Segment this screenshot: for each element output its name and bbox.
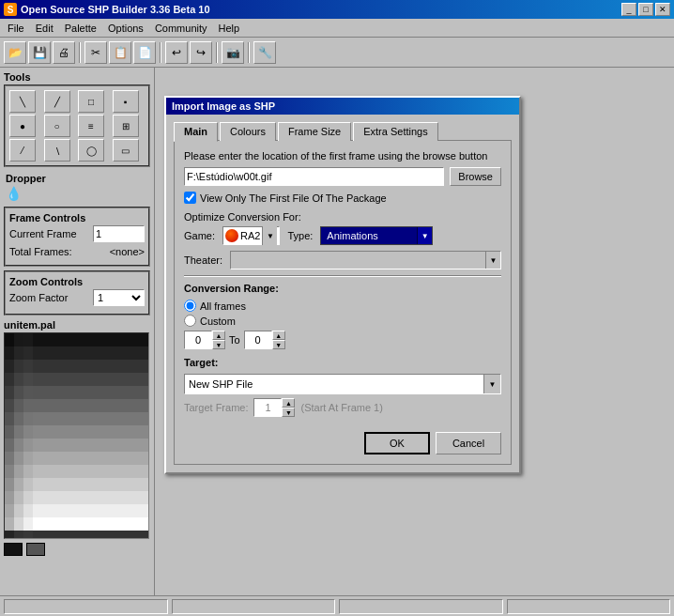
tool-11[interactable]: ◯	[78, 139, 104, 162]
tool-10[interactable]: ∖	[44, 139, 70, 162]
range-to-down[interactable]: ▼	[272, 340, 285, 349]
right-area: Import Image as SHP Main Colours Frame S…	[155, 68, 674, 614]
toolbar-print[interactable]: 🖨	[53, 41, 75, 64]
target-frame-label: Target Frame:	[184, 402, 248, 413]
game-dropdown-arrow[interactable]: ▼	[262, 226, 277, 245]
main-area: Tools ╲ ╱ □ ▪ ● ○ ≡ ⊞ ∕ ∖ ◯ ▭	[0, 68, 674, 614]
range-from-input[interactable]	[184, 331, 212, 349]
maximize-button[interactable]: □	[638, 3, 653, 16]
palette-svg	[5, 333, 149, 539]
game-label: Game:	[184, 230, 215, 241]
ok-button[interactable]: OK	[364, 432, 430, 454]
menu-community[interactable]: Community	[149, 21, 213, 36]
toolbar-sep-1	[79, 42, 81, 63]
game-value: RA2	[240, 230, 260, 241]
toolbar-sep-3	[216, 42, 218, 63]
toolbar-undo[interactable]: ↩	[165, 41, 188, 64]
tab-extra-settings[interactable]: Extra Settings	[353, 122, 437, 141]
tools-section: Tools ╲ ╱ □ ▪ ● ○ ≡ ⊞ ∕ ∖ ◯ ▭	[4, 71, 150, 167]
status-panel-4	[507, 599, 671, 614]
target-label: Target:	[184, 357, 501, 368]
window-title: Open Source SHP Builder 3.36 Beta 10	[21, 4, 210, 15]
toolbar-save[interactable]: 💾	[28, 41, 51, 64]
toolbar-copy[interactable]: 📋	[109, 41, 131, 64]
menu-file[interactable]: File	[2, 21, 30, 36]
range-to-up[interactable]: ▲	[272, 331, 285, 340]
toolbar-settings[interactable]: 🔧	[253, 41, 276, 64]
tool-12[interactable]: ▭	[113, 139, 139, 162]
toolbar-sep-2	[160, 42, 161, 63]
custom-radio[interactable]	[184, 315, 196, 327]
current-frame-label: Current Frame	[9, 228, 77, 239]
tab-main[interactable]: Main	[174, 122, 218, 142]
type-dropdown[interactable]: Animations ▼	[320, 226, 433, 245]
tool-6[interactable]: ○	[44, 115, 70, 137]
status-panel-2	[172, 599, 336, 614]
toolbar-redo[interactable]: ↪	[190, 41, 212, 64]
tool-7[interactable]: ≡	[78, 115, 104, 137]
tab-frame-size[interactable]: Frame Size	[278, 122, 351, 141]
menu-options[interactable]: Options	[102, 21, 149, 36]
current-frame-input[interactable]	[93, 225, 145, 242]
toolbar-camera[interactable]: 📷	[222, 41, 244, 64]
current-frame-row: Current Frame	[9, 225, 145, 242]
range-from-down[interactable]: ▼	[212, 340, 225, 349]
radio-group: All frames Custom	[184, 300, 501, 327]
title-bar-left: S Open Source SHP Builder 3.36 Beta 10	[4, 3, 210, 16]
all-frames-radio[interactable]	[184, 300, 196, 312]
menu-palette[interactable]: Palette	[59, 21, 102, 36]
toolbar-paste[interactable]: 📄	[133, 41, 156, 64]
tool-3[interactable]: □	[78, 90, 104, 113]
zoom-factor-select[interactable]: 1 2 4	[93, 289, 145, 306]
minimize-button[interactable]: _	[621, 3, 636, 16]
theater-dropdown-arrow[interactable]: ▼	[485, 252, 500, 269]
total-frames-value: <none>	[110, 246, 145, 257]
target-frame-up[interactable]: ▲	[282, 398, 295, 408]
background-color[interactable]	[26, 543, 45, 556]
frame-controls-label: Frame Controls	[9, 212, 145, 223]
instructions-text: Please enter the location of the first f…	[184, 150, 501, 162]
tool-9[interactable]: ∕	[9, 139, 36, 162]
tool-4[interactable]: ▪	[113, 90, 139, 113]
target-frame-down[interactable]: ▼	[282, 408, 295, 417]
tab-colours[interactable]: Colours	[220, 122, 276, 141]
range-from-up[interactable]: ▲	[212, 331, 225, 340]
game-type-row: Game: RA2 ▼ Type: Animations ▼	[184, 226, 501, 245]
file-path-input[interactable]	[184, 167, 444, 186]
target-frame-input[interactable]	[253, 398, 282, 417]
total-frames-label: Total Frames:	[9, 246, 72, 257]
all-frames-label: All frames	[200, 300, 246, 312]
dialog-buttons: OK Cancel	[184, 426, 501, 454]
target-dropdown-arrow[interactable]: ▼	[483, 375, 500, 393]
menu-help[interactable]: Help	[213, 21, 246, 36]
theater-dropdown[interactable]: ▼	[230, 251, 501, 270]
toolbar: 📂 💾 🖨 ✂ 📋 📄 ↩ ↪ 📷 🔧	[0, 38, 674, 68]
target-frame-spinner: ▲ ▼	[253, 398, 295, 417]
start-at-label: (Start At Frame 1)	[300, 402, 382, 413]
custom-row: Custom	[184, 315, 501, 327]
foreground-color[interactable]	[4, 543, 23, 556]
tool-8[interactable]: ⊞	[113, 115, 139, 137]
view-only-checkbox[interactable]	[184, 192, 196, 204]
toolbar-cut[interactable]: ✂	[84, 41, 107, 64]
zoom-factor-row: Zoom Factor 1 2 4	[9, 289, 145, 306]
dropper-section: Dropper 💧	[4, 171, 150, 203]
range-to-input[interactable]	[244, 331, 272, 349]
tool-2[interactable]: ╱	[44, 90, 70, 113]
tool-5[interactable]: ●	[9, 115, 36, 137]
palette-label: unitem.pal	[4, 319, 150, 331]
dropper-icon[interactable]: 💧	[6, 186, 148, 201]
close-button[interactable]: ✕	[655, 3, 670, 16]
range-from-btns: ▲ ▼	[212, 331, 225, 349]
menu-bar: File Edit Palette Options Community Help	[0, 19, 674, 38]
cancel-button[interactable]: Cancel	[436, 432, 501, 454]
svg-rect-16	[14, 333, 23, 539]
browse-button[interactable]: Browse	[450, 167, 501, 186]
type-dropdown-arrow[interactable]: ▼	[417, 227, 432, 244]
target-value: New SHP File	[185, 378, 483, 390]
tool-1[interactable]: ╲	[9, 90, 36, 113]
target-dropdown[interactable]: New SHP File ▼	[184, 374, 501, 394]
menu-edit[interactable]: Edit	[30, 21, 59, 36]
status-panel-3	[339, 599, 503, 614]
toolbar-open[interactable]: 📂	[4, 41, 26, 64]
